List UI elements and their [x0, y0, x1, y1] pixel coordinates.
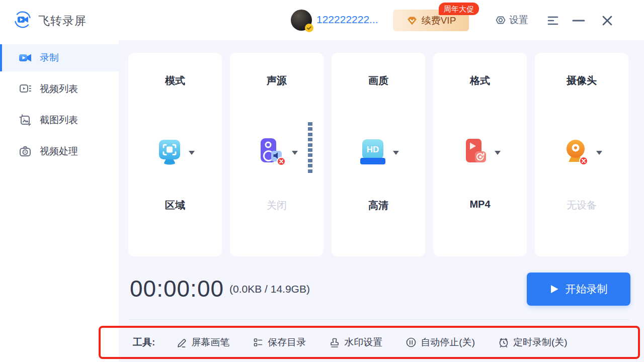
webcam-disabled-icon — [561, 137, 591, 166]
tool-screen-pen[interactable]: 屏幕画笔 — [176, 336, 229, 349]
card-value: 高清 — [332, 199, 425, 212]
card-title: 格式 — [433, 74, 527, 87]
screenshot-list-icon — [18, 113, 32, 127]
sidebar-item-label: 视频处理 — [40, 145, 78, 158]
toolbar-divider — [128, 319, 629, 320]
setting-card-format: 格式 MP4 — [433, 53, 527, 256]
sidebar-item-video-process[interactable]: 视频处理 — [0, 140, 119, 163]
recording-timer: 00:00:00 — [130, 275, 224, 302]
app-window: 飞转录屏 122222222... 续费VIP 周年大促 设置 — [0, 0, 644, 362]
minimize-icon — [572, 19, 585, 23]
promo-badge: 周年大促 — [439, 3, 479, 15]
menu-button[interactable] — [546, 14, 559, 27]
card-value: MP4 — [433, 199, 527, 210]
list-folder-icon — [253, 337, 264, 348]
record-camera-icon — [18, 51, 32, 65]
video-process-icon — [18, 144, 32, 158]
quality-dropdown[interactable]: HD — [332, 134, 425, 169]
titlebar: 飞转录屏 122222222... 续费VIP 周年大促 设置 — [0, 0, 644, 40]
settings-label: 设置 — [509, 14, 528, 27]
video-file-icon — [459, 138, 490, 166]
tool-label: 定时录制(关) — [513, 336, 568, 349]
user-avatar[interactable] — [291, 10, 312, 31]
sidebar-item-label: 视频列表 — [40, 82, 78, 96]
setting-card-webcam: 摄像头 无设备 — [535, 53, 628, 256]
minimize-button[interactable] — [571, 14, 586, 27]
chevron-down-icon — [189, 151, 195, 155]
setting-card-mode: 模式 区域 — [128, 53, 222, 256]
tool-label: 自动停止(关) — [421, 336, 475, 349]
close-icon — [601, 15, 613, 27]
renew-vip-label: 续费VIP — [422, 14, 456, 27]
start-recording-label: 开始录制 — [566, 282, 608, 296]
sidebar-item-video-list[interactable]: 视频列表 — [0, 77, 119, 101]
sidebar-item-record[interactable]: 录制 — [0, 44, 119, 71]
speaker-muted-icon — [256, 137, 287, 166]
vip-check-badge-icon — [305, 24, 313, 32]
setting-card-quality: 画质 HD 高清 — [332, 53, 425, 256]
sidebar: 录制 视频列表 截图列表 — [0, 40, 119, 362]
format-dropdown[interactable] — [433, 134, 527, 169]
tools-bar: 工具: 屏幕画笔 保存目录 — [133, 335, 591, 350]
tool-scheduled-recording[interactable]: 定时录制(关) — [498, 336, 568, 349]
pencil-icon — [176, 337, 187, 348]
app-title: 飞转录屏 — [38, 13, 87, 29]
dotted-divider — [308, 122, 312, 173]
sidebar-item-screenshot-list[interactable]: 截图列表 — [0, 109, 119, 132]
tool-label: 屏幕画笔 — [191, 336, 229, 349]
chevron-down-icon — [495, 151, 501, 155]
card-title: 模式 — [128, 74, 222, 87]
card-value: 无设备 — [535, 199, 628, 212]
tool-label: 保存目录 — [268, 336, 306, 349]
chevron-down-icon — [393, 151, 399, 155]
play-icon — [550, 284, 559, 294]
card-value: 关闭 — [230, 199, 324, 212]
screen-region-icon — [155, 138, 184, 166]
mode-dropdown[interactable] — [128, 134, 222, 169]
sidebar-item-label: 截图列表 — [40, 114, 78, 127]
card-title: 摄像头 — [535, 74, 628, 87]
chevron-down-icon — [596, 151, 602, 155]
storage-info: (0.0KB / 14.9GB) — [229, 283, 310, 295]
gear-icon — [495, 14, 507, 26]
vip-diamond-icon — [406, 15, 418, 26]
stamp-icon — [329, 337, 340, 348]
alarm-clock-icon — [498, 337, 509, 348]
card-value: 区域 — [128, 199, 222, 212]
start-recording-button[interactable]: 开始录制 — [527, 273, 630, 306]
card-title: 画质 — [332, 74, 425, 87]
chevron-down-icon — [292, 151, 298, 155]
tool-watermark[interactable]: 水印设置 — [329, 336, 382, 349]
app-logo-icon — [13, 10, 32, 29]
settings-button[interactable]: 设置 — [495, 14, 528, 27]
card-title: 声源 — [230, 74, 324, 87]
pause-circle-icon — [406, 337, 417, 348]
tool-save-directory[interactable]: 保存目录 — [253, 336, 306, 349]
tool-auto-stop[interactable]: 自动停止(关) — [406, 336, 475, 349]
menu-icon — [547, 15, 559, 26]
username[interactable]: 122222222... — [316, 14, 378, 26]
svg-text:HD: HD — [367, 145, 379, 154]
hd-quality-icon: HD — [358, 138, 388, 166]
sidebar-item-label: 录制 — [40, 51, 59, 64]
webcam-dropdown[interactable] — [535, 134, 628, 169]
tools-label: 工具: — [133, 336, 155, 349]
video-list-icon — [18, 82, 32, 96]
tool-label: 水印设置 — [344, 336, 382, 349]
main-panel: 模式 区域 — [119, 40, 644, 362]
close-button[interactable] — [600, 13, 615, 28]
